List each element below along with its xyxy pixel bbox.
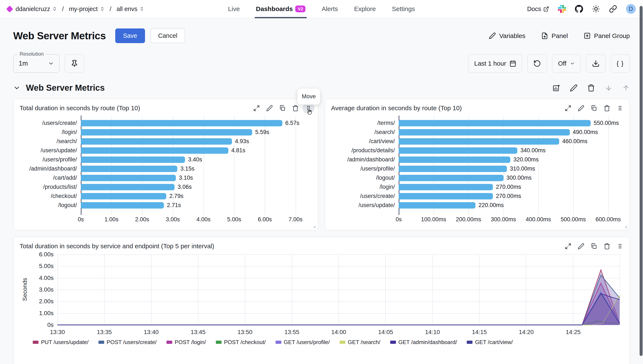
bar[interactable] <box>81 184 174 190</box>
move-up-icon[interactable] <box>622 84 630 92</box>
save-button[interactable]: Save <box>115 28 145 43</box>
bar[interactable] <box>81 166 177 172</box>
expand-icon[interactable] <box>565 105 571 112</box>
bar[interactable] <box>81 148 228 154</box>
cancel-button[interactable]: Cancel <box>150 28 185 43</box>
download-button[interactable] <box>586 54 605 73</box>
bar-row: /admin/dashboard/3.15s <box>17 164 312 173</box>
bar[interactable] <box>399 175 504 181</box>
resolution-select[interactable]: Resolution 1m <box>13 54 60 73</box>
avatar[interactable]: D <box>626 4 636 14</box>
drag-handle[interactable] <box>614 102 626 114</box>
edit-icon[interactable] <box>266 105 273 112</box>
code-button[interactable]: { } <box>611 54 630 73</box>
legend-item[interactable]: POST /checkout/ <box>216 339 266 346</box>
legend-item[interactable]: GET /search/ <box>340 339 380 346</box>
time-range-button[interactable]: Last 1 hour <box>468 54 522 73</box>
legend-item[interactable]: POST /login/ <box>166 339 206 346</box>
legend-label: GET /search/ <box>348 339 380 346</box>
trash-icon[interactable] <box>292 105 299 112</box>
expand-icon[interactable] <box>565 243 571 250</box>
series-line-POST /users/create/[interactable] <box>57 275 620 325</box>
panel-actions <box>565 243 623 250</box>
bar[interactable] <box>81 193 166 200</box>
edit-icon[interactable] <box>578 105 584 112</box>
pin-button[interactable] <box>65 54 84 73</box>
bar[interactable] <box>399 184 493 190</box>
nav-tabs: LiveDashboardsV2AlertsExploreSettings <box>227 0 416 18</box>
add-chart-icon[interactable] <box>552 84 560 92</box>
grip-icon <box>617 105 623 111</box>
trash-icon[interactable] <box>587 84 595 92</box>
trash-icon[interactable] <box>604 105 610 112</box>
bar[interactable] <box>399 120 591 126</box>
series-line-GET /users/profile/[interactable] <box>57 292 620 325</box>
collapse-chevron-icon[interactable] <box>13 84 21 92</box>
series-line-GET /cart/view/[interactable] <box>57 293 620 325</box>
bar[interactable] <box>399 129 570 136</box>
resize-handle-icon[interactable] <box>312 224 316 228</box>
bar-row: /admin/dashboard/320.00ms <box>329 155 624 164</box>
breadcrumb-item-ddanielcruzz[interactable]: ddanielcruzz <box>16 6 57 12</box>
series-line-POST /login/[interactable] <box>57 283 620 325</box>
link-icon[interactable] <box>609 5 617 13</box>
bar[interactable] <box>399 148 517 154</box>
duplicate-icon[interactable] <box>591 243 597 250</box>
bar[interactable] <box>81 138 232 144</box>
bar[interactable] <box>399 166 507 172</box>
bar[interactable] <box>81 202 164 208</box>
legend-swatch <box>340 341 345 344</box>
trash-icon[interactable] <box>604 243 610 250</box>
bar[interactable] <box>81 156 185 163</box>
auto-refresh-select[interactable]: Off <box>552 54 581 73</box>
tab-live[interactable]: Live <box>227 0 241 18</box>
duplicate-icon[interactable] <box>591 105 597 112</box>
slack-icon[interactable] <box>558 5 566 13</box>
bar-value-label: 220.00ms <box>478 202 504 208</box>
legend-item[interactable]: GET /admin/dashboard/ <box>390 339 457 346</box>
breadcrumb-item-my-project[interactable]: my-project <box>69 6 104 12</box>
legend-item[interactable]: GET /cart/view/ <box>467 339 513 346</box>
github-icon[interactable] <box>575 5 583 13</box>
drag-handle[interactable] <box>614 240 626 252</box>
x-tick-label: 13:35 <box>97 329 112 336</box>
edit-icon[interactable] <box>570 84 577 92</box>
bar[interactable] <box>81 120 282 126</box>
series-line-GET /admin/dashboard/[interactable] <box>57 294 620 325</box>
vertical-scrollbar-thumb[interactable] <box>639 6 642 356</box>
bar[interactable] <box>399 138 559 144</box>
brand-diamond-icon[interactable] <box>6 6 13 12</box>
plus-square-icon <box>584 32 591 39</box>
series-line-GET /search/[interactable] <box>57 296 620 325</box>
legend-swatch <box>467 341 473 344</box>
bar[interactable] <box>81 175 176 181</box>
duplicate-icon[interactable] <box>279 105 286 112</box>
legend-item[interactable]: GET /users/profile/ <box>276 339 330 346</box>
bar[interactable] <box>81 129 252 136</box>
breadcrumb-item-all envs[interactable]: all envs <box>117 6 144 12</box>
tab-explore[interactable]: Explore <box>353 0 377 18</box>
bar-row: /checkout/2.79s <box>17 192 312 201</box>
legend-item[interactable]: PUT /users/update/ <box>33 339 89 346</box>
tab-settings[interactable]: Settings <box>391 0 416 18</box>
edit-icon[interactable] <box>578 243 584 250</box>
tab-alerts[interactable]: Alerts <box>320 0 339 18</box>
resize-handle-icon[interactable] <box>623 224 628 228</box>
bar[interactable] <box>399 156 510 163</box>
series-line-POST /checkout/[interactable] <box>57 321 620 325</box>
bar-category-label: /users/create/ <box>17 120 81 126</box>
legend-item[interactable]: POST /users/create/ <box>98 339 157 346</box>
series-line-PUT /users/update/[interactable] <box>57 270 620 325</box>
add-panel-group-button[interactable]: Panel Group <box>584 32 630 40</box>
variables-button[interactable]: Variables <box>489 32 525 40</box>
bar[interactable] <box>399 193 493 200</box>
brightness-theme-icon[interactable] <box>592 5 600 13</box>
add-panel-button[interactable]: Panel <box>541 32 568 40</box>
refresh-button[interactable] <box>527 54 547 73</box>
x-tick-label: 13:30 <box>50 329 65 336</box>
move-down-icon[interactable] <box>605 84 612 92</box>
docs-link[interactable]: Docs <box>527 6 549 12</box>
tab-dashboards[interactable]: DashboardsV2 <box>255 0 307 18</box>
expand-icon[interactable] <box>253 105 260 112</box>
bar[interactable] <box>399 202 476 208</box>
